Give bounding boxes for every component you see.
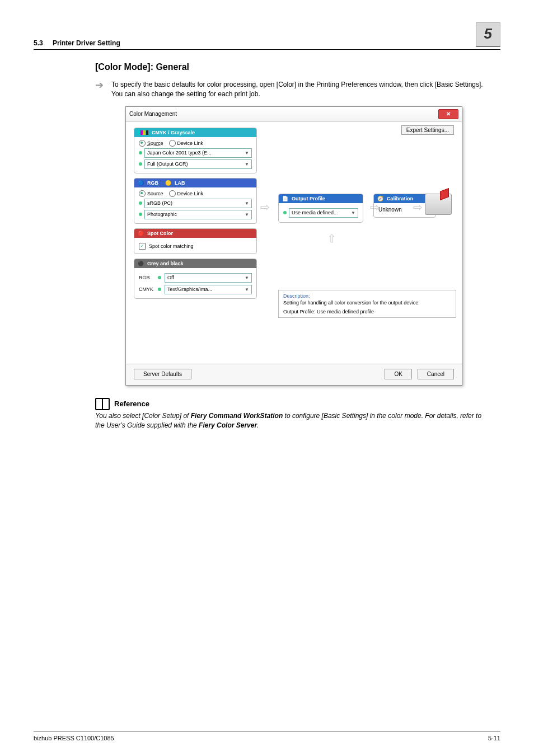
flow-arrow-icon: ⇨ [370,200,380,214]
book-icon [95,398,110,410]
chevron-down-icon: ▼ [243,201,250,206]
spot-matching-label: Spot color matching [149,243,194,249]
grey-rgb-label: RGB [139,275,154,280]
flow-arrow-icon: ⇨ [325,233,338,242]
chevron-down-icon: ▼ [243,212,250,217]
chevron-down-icon: ▼ [243,275,250,280]
radio-source-rgb[interactable] [139,190,146,197]
dialog-title: Color Management [129,111,177,117]
rgb-title: RGB [147,180,158,186]
expert-settings-button[interactable]: Expert Settings... [401,125,454,135]
color-management-dialog: Color Management ✕ Expert Settings... [125,106,462,386]
heading: [Color Mode]: General [95,62,493,72]
status-dot-icon [139,151,142,154]
grey-rgb-select[interactable]: Off▼ [165,273,252,283]
status-dot-icon [139,162,142,166]
lab-tab[interactable]: LAB [175,180,185,186]
grey-cmyk-label: CMYK [139,287,154,292]
server-defaults-button[interactable]: Server Defaults [134,369,191,379]
intro-text: To specify the basic defaults for color … [111,80,493,100]
cmyk-panel: CMYK / Grayscale Source Device Link Japa… [134,128,257,173]
cmyk-title: CMYK / Grayscale [152,130,195,135]
output-profile-select[interactable]: Use media defined...▼ [289,208,358,218]
spot-title: Spot Color [147,231,173,236]
calibration-title: Calibration [387,196,413,201]
ok-button[interactable]: OK [385,369,411,379]
cmyk-gcr-select[interactable]: Full (Output GCR)▼ [144,159,252,169]
grey-icon: ⚫ [138,261,144,266]
flow-arrow-icon: ⇨ [413,200,423,214]
grey-cmyk-select[interactable]: Text/Graphics/Ima...▼ [165,285,252,294]
cancel-button[interactable]: Cancel [418,369,454,379]
output-icon: 📄 [282,196,288,201]
close-button[interactable]: ✕ [438,109,458,119]
output-title: Output Profile [292,196,325,201]
radio-source[interactable] [139,140,146,147]
rgb-profile-select[interactable]: sRGB (PC)▼ [144,199,252,208]
description-box: Description: Setting for handling all co… [278,290,456,318]
description-line1: Setting for handling all color conversio… [283,300,451,306]
flow-arrow-icon: ⇨ [260,200,270,214]
rgb-icon: 🔵 [138,180,144,186]
chevron-down-icon: ▼ [243,287,250,292]
lab-icon: 🟡 [165,180,171,186]
status-dot-icon [158,276,161,279]
section-number: 5.3 [34,39,43,47]
output-profile-panel: 📄 Output Profile Use media defined...▼ [278,194,363,223]
radio-devicelink[interactable] [169,140,176,147]
chevron-down-icon: ▼ [243,162,250,167]
radio-devicelink-rgb[interactable] [169,190,176,197]
status-dot-icon [139,213,142,216]
cmyk-icon [138,130,148,135]
reference-label: Reference [114,400,149,408]
header-left: 5.3 Printer Driver Setting [34,39,120,47]
grey-panel: ⚫ Grey and black RGB Off▼ CMYK [134,259,257,299]
rgb-panel: 🔵 RGB 🟡 LAB Source Device Link sRGB (PC)… [134,178,257,224]
footer-product: bizhub PRESS C1100/C1085 [34,735,114,741]
section-title: Printer Driver Setting [53,39,120,47]
arrow-icon: ➔ [95,81,104,90]
status-dot-icon [158,288,161,291]
chevron-down-icon: ▼ [243,151,250,156]
footer-page: 5-11 [488,735,500,741]
chapter-badge: 5 [476,22,500,47]
spot-matching-checkbox[interactable]: ✓ [139,243,146,250]
spot-panel: 🔴 Spot Color ✓ Spot color matching [134,228,257,254]
rgb-intent-select[interactable]: Photographic▼ [144,210,252,219]
reference-text: You also select [Color Setup] of Fiery C… [95,411,493,431]
description-line2: Output Profile: Use media defined profil… [283,309,451,314]
calibration-value: Unknown [378,206,402,213]
spot-icon: 🔴 [138,231,144,236]
grey-title: Grey and black [147,261,184,266]
printer-icon [425,194,452,215]
status-dot-icon [283,211,287,214]
description-label: Description: [283,293,451,299]
cmyk-profile-select[interactable]: Japan Color 2001 type3 (E...▼ [144,148,252,158]
chevron-down-icon: ▼ [350,210,357,215]
status-dot-icon [139,201,142,205]
